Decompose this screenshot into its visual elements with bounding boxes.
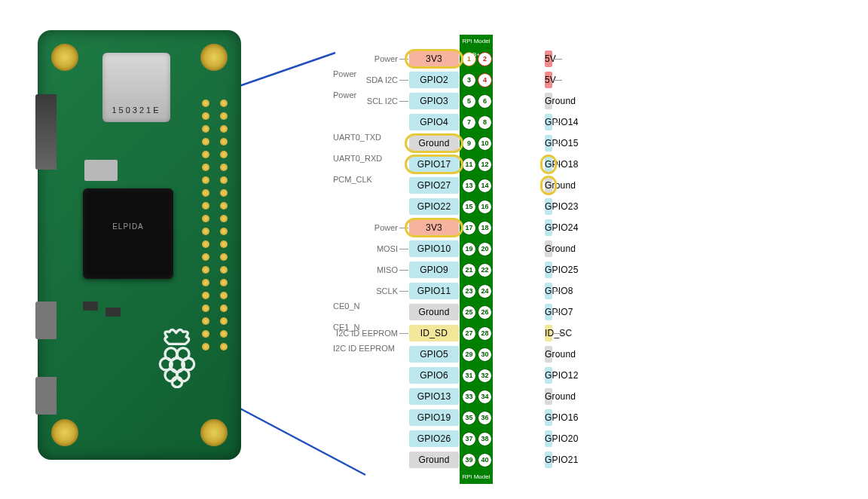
connector-dash <box>553 143 562 144</box>
pin-number-left: 31 <box>462 369 476 383</box>
pin-pair: 3132 <box>461 365 493 386</box>
pin-name-tag-left: Ground <box>409 135 459 152</box>
pin-number-left: 5 <box>462 94 476 109</box>
pin-name-tag-left: GPIO5 <box>409 346 459 363</box>
pin-name-tag-right: Ground <box>545 388 552 405</box>
pin-number-left: 23 <box>462 284 476 298</box>
pin-number-right: 30 <box>478 347 492 362</box>
pin-number-left: 19 <box>462 242 476 256</box>
connector-dash <box>553 122 562 123</box>
connector-dash <box>399 291 408 292</box>
mount-hole-icon <box>51 419 78 446</box>
svg-point-7 <box>165 369 177 381</box>
soc-chip: ELPIDA <box>83 188 173 279</box>
pin-name-tag-left: 3V3 <box>409 219 459 236</box>
pin-row: GPIO478GPIO14UART0_TXD <box>332 112 701 133</box>
connector-dash <box>399 59 408 60</box>
connector-dash <box>399 270 408 271</box>
pin-number-right: 24 <box>478 284 492 298</box>
pin-number-right: 20 <box>478 242 492 256</box>
svg-line-0 <box>237 53 335 87</box>
sd-card-slot: 150321E <box>102 53 170 122</box>
pin-function-label: UART0_TXD <box>332 133 399 142</box>
pin-number-right: 14 <box>478 179 492 193</box>
pin-pair: 3738 <box>461 428 493 449</box>
pin-number-right: 18 <box>478 221 492 235</box>
pin-number-left: 35 <box>462 411 476 425</box>
pinout-header-top: RPi Model B+ <box>460 35 493 48</box>
connector-dash <box>399 101 408 102</box>
pin-name-tag-right: 5V <box>545 51 552 67</box>
pin-row: GPIO133334Ground <box>332 386 701 407</box>
pin-name-tag-right: GPIO15 <box>545 135 552 152</box>
hdmi-port <box>35 94 57 170</box>
connector-dash <box>399 333 408 334</box>
pin-row: Power3V3125VPower <box>332 48 701 69</box>
pin-number-right: 26 <box>478 305 492 320</box>
connector-dash <box>399 249 408 250</box>
pin-name-tag-right: GPIO12 <box>545 367 552 384</box>
pin-name-tag-left: GPIO9 <box>409 262 459 278</box>
pin-function-label: CE0_N <box>332 302 399 311</box>
gpio-header-holes <box>202 99 228 351</box>
pin-number-right: 40 <box>478 453 492 467</box>
pin-name-tag-right: GPIO14 <box>545 114 552 130</box>
pin-row: SCLKGPIO112324GPIO8CE0_N <box>332 280 701 302</box>
pin-function-label: I2C ID EEPROM <box>332 329 399 338</box>
pin-number-right: 6 <box>478 94 492 109</box>
pin-pair: 3940 <box>461 449 493 470</box>
pin-number-right: 28 <box>478 326 492 341</box>
pin-pair: 1516 <box>461 196 493 217</box>
smd-component <box>84 160 118 181</box>
pin-name-tag-right: GPIO8 <box>545 283 552 299</box>
pin-pair: 910 <box>461 133 493 154</box>
pin-number-right: 32 <box>478 369 492 383</box>
pin-pair: 2728 <box>461 323 493 344</box>
pin-pair: 2526 <box>461 302 493 323</box>
pin-name-tag-left: GPIO11 <box>409 283 459 299</box>
pin-pair: 1920 <box>461 238 493 259</box>
raspberry-pi-logo-icon <box>151 328 203 388</box>
pin-name-tag-right: GPIO21 <box>545 452 552 468</box>
pin-name-tag-left: GPIO17 <box>409 156 459 173</box>
pin-name-tag-right: Ground <box>545 93 552 109</box>
pin-name-tag-right: GPIO24 <box>545 219 552 236</box>
pin-number-left: 13 <box>462 179 476 193</box>
pin-function-label: MOSI <box>332 244 399 253</box>
pin-pair: 3536 <box>461 407 493 428</box>
pin-name-tag-left: GPIO10 <box>409 240 459 257</box>
pin-name-tag-right: GPIO18 <box>545 156 552 173</box>
pin-pair: 34 <box>461 69 493 90</box>
pin-number-right: 12 <box>478 158 492 172</box>
pin-name-tag-left: GPIO6 <box>409 367 459 384</box>
pcb: 150321E ELPIDA <box>38 30 241 460</box>
connector-dash <box>399 228 408 228</box>
pin-number-left: 33 <box>462 390 476 404</box>
pin-row: GPIO221516GPIO23 <box>332 196 701 217</box>
connector-dash <box>553 80 562 81</box>
pinout-header-bottom: RPi Model B+ <box>460 470 493 484</box>
pin-name-tag-left: 3V3 <box>409 51 459 67</box>
pin-name-tag-right: GPIO25 <box>545 262 552 278</box>
connector-dash <box>553 291 562 292</box>
pin-number-left: 11 <box>462 158 476 172</box>
pin-name-tag-left: GPIO4 <box>409 114 459 130</box>
pin-pair: 78 <box>461 112 493 133</box>
stage: 150321E ELPIDA <box>0 0 868 499</box>
power-port <box>35 377 57 415</box>
pin-pair: 1112 <box>461 154 493 175</box>
pin-number-left: 21 <box>462 263 476 277</box>
smd-component <box>83 302 98 311</box>
pin-number-right: 22 <box>478 263 492 277</box>
pin-pair: 3334 <box>461 386 493 407</box>
pin-name-tag-right: GPIO23 <box>545 198 552 215</box>
pin-function-label: SCL I2C <box>332 96 399 106</box>
pin-number-left: 37 <box>462 432 476 446</box>
pin-name-tag-left: Ground <box>409 304 459 320</box>
pin-number-right: 10 <box>478 136 492 151</box>
chip-manufacturer: ELPIDA <box>83 222 173 231</box>
connector-dash <box>553 59 562 60</box>
mount-hole-icon <box>51 44 78 71</box>
pin-name-tag-right: GPIO20 <box>545 430 552 447</box>
pin-pair: 2324 <box>461 280 493 302</box>
